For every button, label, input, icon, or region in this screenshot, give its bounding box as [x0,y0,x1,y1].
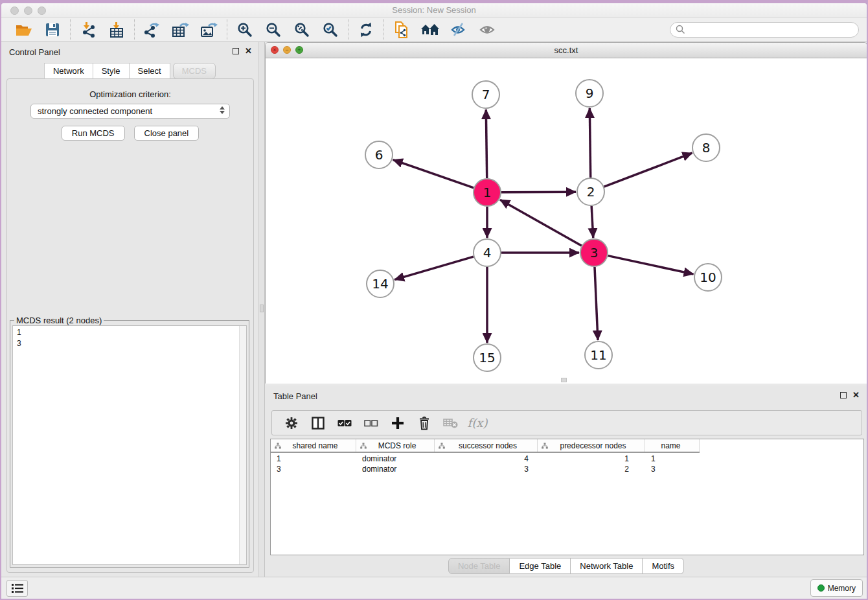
table-row[interactable]: 1dominator411 [271,454,863,465]
mcds-result-text: 1 3 [13,326,246,351]
table-row[interactable]: 3dominator323 [271,465,863,475]
network-graph[interactable]: 7968124314101511 [266,58,867,384]
show-details-button[interactable] [477,20,497,40]
export-image-button[interactable] [200,20,219,40]
export-table-button[interactable] [171,20,190,40]
function-builder-button[interactable]: f(x) [470,415,485,431]
memory-button[interactable]: Memory [810,579,863,597]
node-table[interactable]: shared nameMCDS rolesuccessor nodesprede… [270,439,864,555]
column-header[interactable]: predecessor nodes [538,439,645,452]
table-cell[interactable]: 3 [271,465,356,475]
zoom-out-button[interactable] [264,20,283,40]
sort-tree-icon [360,443,367,449]
delete-row-button[interactable] [417,415,432,431]
close-panel-button[interactable]: Close panel [134,126,200,141]
refresh-layout-button[interactable] [356,20,376,40]
table-cell[interactable]: dominator [356,465,435,475]
table-settings-button[interactable] [284,415,299,431]
graph-node-label: 4 [483,245,492,260]
main-toolbar [1,17,867,42]
main-window: Session: New Session [1,3,867,599]
zoom-selected-button[interactable] [321,20,340,40]
graph-node-label: 1 [483,185,492,200]
graph-edge-3-10[interactable] [608,256,694,275]
sort-tree-icon [542,443,548,449]
app-title: Session: New Session [1,5,867,15]
column-header-label: name [649,441,699,450]
export-network-button[interactable] [143,20,162,40]
run-mcds-button[interactable]: Run MCDS [62,126,125,141]
table-cell[interactable]: dominator [356,454,435,465]
show-all-networks-button[interactable] [420,20,440,40]
import-network-button[interactable] [78,20,98,40]
mcds-result-area[interactable]: 1 3 [12,325,247,565]
table-cell[interactable]: 1 [645,454,700,465]
search-input[interactable] [670,22,859,38]
delete-table-button[interactable] [443,415,459,431]
result-scrollbar[interactable] [239,326,246,564]
graph-edge-3-1[interactable] [500,200,582,246]
column-header[interactable]: successor nodes [435,439,538,452]
table-cell[interactable]: 1 [538,454,645,465]
table-cell[interactable]: 3 [645,465,700,475]
tab-style[interactable]: Style [93,63,130,79]
close-table-panel-icon[interactable]: ✕ [852,392,860,398]
import-table-button[interactable] [107,20,126,40]
refresh-layout-icon [358,22,374,38]
graph-node-label: 7 [482,87,490,102]
tab-network[interactable]: Network [44,63,93,79]
save-session-button[interactable] [43,20,62,40]
table-panel-title: Table Panel [273,391,317,401]
delete-row-icon [418,416,431,430]
open-session-button[interactable] [14,20,34,40]
float-table-panel-icon[interactable] [840,392,847,398]
tab-select[interactable]: Select [130,63,170,79]
criterion-dropdown[interactable]: strongly connected component [30,104,230,119]
graph-edge-2-9[interactable] [589,108,590,178]
canvas-scrollbar-handle[interactable] [561,378,567,382]
table-cell[interactable]: 4 [435,454,538,465]
graph-edge-1-7[interactable] [486,110,486,178]
graph-edge-2-3[interactable] [591,206,593,238]
show-columns-icon [312,417,325,430]
column-header[interactable]: MCDS role [356,439,435,452]
show-columns-button[interactable] [310,415,326,431]
float-panel-icon[interactable] [233,48,239,54]
function-builder-icon: f(x) [468,416,488,430]
table-cell[interactable]: 2 [538,465,645,475]
tab-network-table[interactable]: Network Table [571,558,643,574]
zoom-selected-icon [323,22,338,38]
graph-edge-4-14[interactable] [394,257,474,279]
network-canvas[interactable]: 7968124314101511 [266,58,867,384]
status-bar: Memory [1,577,867,599]
graph-edge-2-8[interactable] [604,153,692,187]
column-header[interactable]: name [645,439,700,452]
close-panel-icon[interactable]: ✕ [245,48,252,54]
graph-edge-1-6[interactable] [393,160,474,188]
panel-splitter[interactable] [258,42,265,577]
select-all-button[interactable] [337,415,352,431]
task-history-button[interactable] [6,580,28,597]
deselect-all-icon [364,418,378,428]
add-row-button[interactable] [390,415,405,431]
zoom-fit-icon [294,22,310,38]
graph-edge-3-11[interactable] [595,267,598,340]
column-header-label: shared name [281,441,356,450]
tab-node-table[interactable]: Node Table [448,558,510,574]
tab-mcds[interactable]: MCDS [173,63,216,79]
clone-network-icon [393,21,410,38]
zoom-fit-button[interactable] [292,20,312,40]
deselect-all-button[interactable] [363,415,379,431]
hide-details-button[interactable] [449,20,468,40]
table-body: 1dominator4113dominator323 [271,454,863,475]
clone-network-button[interactable] [392,20,411,40]
zoom-in-button[interactable] [235,20,255,40]
graph-edge-1-2[interactable] [501,192,576,192]
column-header[interactable]: shared name [271,439,356,452]
table-cell[interactable]: 1 [271,454,356,465]
graph-node-label: 9 [586,86,594,101]
tab-edge-table[interactable]: Edge Table [510,558,571,574]
tab-motifs[interactable]: Motifs [643,558,684,574]
table-cell[interactable]: 3 [435,465,538,475]
network-window-titlebar[interactable]: × − + scc.txt [266,43,867,58]
